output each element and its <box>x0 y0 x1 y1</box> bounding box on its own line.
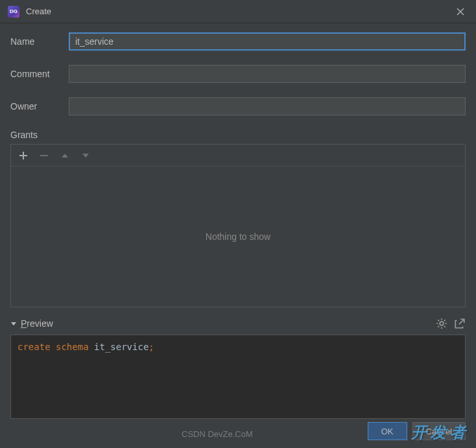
minus-icon <box>40 151 49 160</box>
sql-identifier: it_service <box>94 342 149 352</box>
name-input[interactable] <box>69 32 466 51</box>
cancel-button[interactable]: Cancel <box>412 422 466 440</box>
title-bar-left: DG Create <box>8 6 51 18</box>
gear-icon <box>436 318 447 329</box>
svg-point-0 <box>440 322 444 325</box>
up-icon <box>60 151 69 160</box>
move-up-button <box>59 150 71 161</box>
name-row: Name <box>10 32 466 51</box>
preview-label: Preview <box>21 318 53 329</box>
grants-toolbar <box>11 145 465 167</box>
title-bar: DG Create <box>0 0 476 23</box>
watermark-csdn: CSDN DevZe.CoM <box>182 429 253 439</box>
sql-keyword: create <box>18 342 51 352</box>
comment-input[interactable] <box>69 65 466 83</box>
remove-grant-button <box>38 150 50 161</box>
owner-row: Owner <box>10 97 466 115</box>
comment-label: Comment <box>10 69 69 79</box>
settings-button[interactable] <box>436 318 447 329</box>
window-title: Create <box>26 6 51 16</box>
move-down-button <box>80 150 91 161</box>
down-icon <box>81 151 90 160</box>
collapse-icon <box>10 320 17 327</box>
preview-actions <box>436 318 466 329</box>
close-icon <box>457 8 464 16</box>
preview-panel: create schema it_service; <box>10 335 466 419</box>
ok-button[interactable]: OK <box>368 422 407 440</box>
external-icon <box>454 318 466 329</box>
dialog-content: Name Comment Owner Grants Nothing to sho… <box>0 23 476 419</box>
sql-keyword: schema <box>56 342 89 352</box>
add-grant-button[interactable] <box>18 150 29 161</box>
name-label: Name <box>10 36 69 47</box>
plus-icon <box>19 151 28 160</box>
preview-toggle[interactable]: Preview <box>10 318 53 329</box>
owner-label: Owner <box>10 101 69 112</box>
grants-empty-text: Nothing to show <box>11 167 465 307</box>
open-external-button[interactable] <box>454 318 466 329</box>
close-button[interactable] <box>453 4 468 19</box>
preview-header: Preview <box>10 318 466 329</box>
grants-label: Grants <box>10 130 466 140</box>
grants-panel: Nothing to show <box>10 144 466 307</box>
comment-row: Comment <box>10 65 466 83</box>
dialog-footer: OK Cancel <box>368 422 466 440</box>
sql-semicolon: ; <box>149 342 154 352</box>
app-icon: DG <box>8 6 19 18</box>
owner-input[interactable] <box>69 97 466 115</box>
